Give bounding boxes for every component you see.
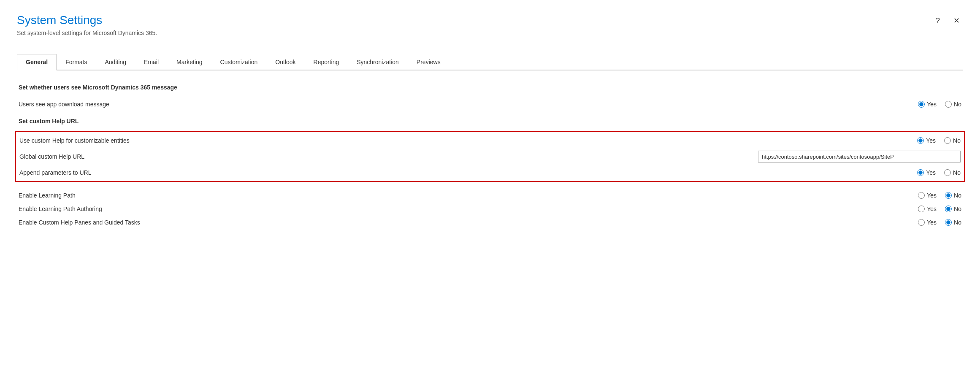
enable-lp-authoring-no-label: No bbox=[954, 206, 961, 212]
setting-row-append-params: Append parameters to URL Yes No bbox=[19, 166, 961, 179]
tabs-container: General Formats Auditing Email Marketing… bbox=[17, 53, 963, 70]
enable-help-panes-radio-group: Yes No bbox=[902, 219, 961, 226]
learning-path-section: Enable Learning Path Yes No Enable Learn… bbox=[19, 189, 961, 229]
enable-learning-path-no-label: No bbox=[954, 192, 961, 199]
append-params-yes-option[interactable]: Yes bbox=[917, 169, 936, 176]
app-download-no-radio[interactable] bbox=[945, 101, 952, 108]
app-download-no-label: No bbox=[954, 101, 961, 108]
enable-learning-path-yes-label: Yes bbox=[927, 192, 937, 199]
tab-synchronization[interactable]: Synchronization bbox=[348, 54, 408, 70]
content-area: Set whether users see Microsoft Dynamics… bbox=[17, 84, 963, 229]
enable-help-panes-no-radio[interactable] bbox=[945, 219, 952, 226]
app-download-no-option[interactable]: No bbox=[945, 101, 961, 108]
tab-email[interactable]: Email bbox=[135, 54, 168, 70]
use-custom-help-no-option[interactable]: No bbox=[944, 137, 961, 144]
header-actions: ? ✕ bbox=[932, 14, 963, 26]
tab-customization[interactable]: Customization bbox=[211, 54, 267, 70]
enable-learning-path-no-option[interactable]: No bbox=[945, 192, 961, 199]
tab-general[interactable]: General bbox=[17, 54, 57, 70]
system-settings-dialog: System Settings Set system-level setting… bbox=[0, 0, 980, 387]
enable-learning-path-yes-radio[interactable] bbox=[918, 192, 925, 199]
use-custom-help-radio-group: Yes No bbox=[901, 137, 961, 144]
tab-auditing[interactable]: Auditing bbox=[96, 54, 135, 70]
url-input-wrapper bbox=[707, 151, 961, 162]
dialog-title: System Settings bbox=[17, 14, 157, 27]
tab-outlook[interactable]: Outlook bbox=[266, 54, 304, 70]
dialog-header: System Settings Set system-level setting… bbox=[17, 14, 963, 36]
use-custom-help-yes-radio[interactable] bbox=[917, 137, 924, 144]
enable-lp-authoring-no-radio[interactable] bbox=[945, 206, 952, 212]
append-params-no-option[interactable]: No bbox=[944, 169, 961, 176]
enable-lp-authoring-label: Enable Learning Path Authoring bbox=[19, 206, 902, 212]
close-button[interactable]: ✕ bbox=[950, 15, 963, 26]
app-download-radio-group: Yes No bbox=[902, 101, 961, 108]
tab-previews[interactable]: Previews bbox=[408, 54, 449, 70]
enable-learning-path-no-radio[interactable] bbox=[945, 192, 952, 199]
setting-row-enable-help-panes: Enable Custom Help Panes and Guided Task… bbox=[19, 216, 961, 229]
header-left: System Settings Set system-level setting… bbox=[17, 14, 157, 36]
use-custom-help-no-label: No bbox=[953, 137, 961, 144]
app-download-label: Users see app download message bbox=[19, 101, 902, 108]
setting-row-use-custom-help: Use custom Help for customizable entitie… bbox=[19, 134, 961, 147]
append-params-no-label: No bbox=[953, 169, 961, 176]
setting-row-app-download: Users see app download message Yes No bbox=[19, 97, 961, 111]
app-download-yes-label: Yes bbox=[927, 101, 937, 108]
append-params-no-radio[interactable] bbox=[944, 169, 951, 176]
enable-lp-authoring-no-option[interactable]: No bbox=[945, 206, 961, 212]
use-custom-help-no-radio[interactable] bbox=[944, 137, 951, 144]
use-custom-help-yes-option[interactable]: Yes bbox=[917, 137, 936, 144]
dynamics-message-title: Set whether users see Microsoft Dynamics… bbox=[19, 84, 961, 91]
enable-lp-authoring-yes-radio[interactable] bbox=[918, 206, 925, 212]
enable-help-panes-no-option[interactable]: No bbox=[945, 219, 961, 226]
custom-help-url-section: Set custom Help URL Use custom Help for … bbox=[19, 118, 961, 182]
use-custom-help-yes-label: Yes bbox=[926, 137, 936, 144]
global-help-url-input[interactable] bbox=[758, 151, 961, 162]
enable-learning-path-radio-group: Yes No bbox=[902, 192, 961, 199]
tab-formats[interactable]: Formats bbox=[57, 54, 96, 70]
app-download-yes-radio[interactable] bbox=[918, 101, 925, 108]
tab-reporting[interactable]: Reporting bbox=[305, 54, 348, 70]
enable-learning-path-label: Enable Learning Path bbox=[19, 192, 902, 199]
help-button[interactable]: ? bbox=[932, 15, 943, 26]
enable-lp-authoring-yes-option[interactable]: Yes bbox=[918, 206, 937, 212]
custom-help-url-title: Set custom Help URL bbox=[19, 118, 961, 124]
enable-help-panes-yes-radio[interactable] bbox=[918, 219, 925, 226]
enable-help-panes-yes-option[interactable]: Yes bbox=[918, 219, 937, 226]
enable-help-panes-yes-label: Yes bbox=[927, 219, 937, 226]
enable-lp-authoring-radio-group: Yes No bbox=[902, 206, 961, 212]
global-help-url-label: Global custom Help URL bbox=[19, 153, 707, 160]
use-custom-help-label: Use custom Help for customizable entitie… bbox=[19, 137, 901, 144]
append-params-label: Append parameters to URL bbox=[19, 169, 901, 176]
setting-row-enable-lp-authoring: Enable Learning Path Authoring Yes No bbox=[19, 202, 961, 216]
setting-row-global-help-url: Global custom Help URL bbox=[19, 147, 961, 166]
setting-row-enable-learning-path: Enable Learning Path Yes No bbox=[19, 189, 961, 202]
enable-help-panes-label: Enable Custom Help Panes and Guided Task… bbox=[19, 219, 902, 226]
append-params-yes-radio[interactable] bbox=[917, 169, 924, 176]
enable-learning-path-yes-option[interactable]: Yes bbox=[918, 192, 937, 199]
append-params-yes-label: Yes bbox=[926, 169, 936, 176]
enable-help-panes-no-label: No bbox=[954, 219, 961, 226]
spacer-1 bbox=[19, 182, 961, 189]
tab-marketing[interactable]: Marketing bbox=[168, 54, 211, 70]
append-params-radio-group: Yes No bbox=[901, 169, 961, 176]
enable-lp-authoring-yes-label: Yes bbox=[927, 206, 937, 212]
app-download-yes-option[interactable]: Yes bbox=[918, 101, 937, 108]
dynamics-message-section: Set whether users see Microsoft Dynamics… bbox=[19, 84, 961, 111]
highlighted-section: Use custom Help for customizable entitie… bbox=[15, 131, 965, 182]
dialog-subtitle: Set system-level settings for Microsoft … bbox=[17, 30, 157, 36]
